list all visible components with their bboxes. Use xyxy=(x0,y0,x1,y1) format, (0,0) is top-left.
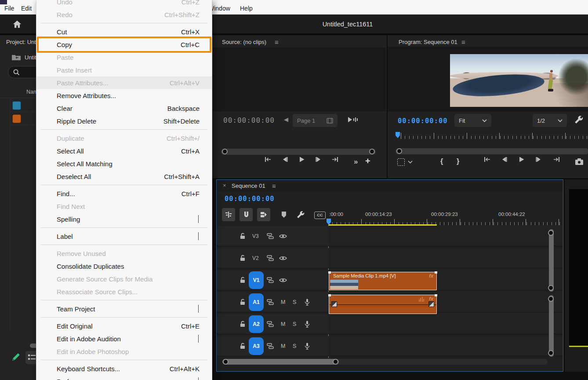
menu-item-select-all-matching[interactable]: Select All Matching xyxy=(36,157,212,170)
label-swatch-orange[interactable] xyxy=(12,114,21,123)
mute-button[interactable]: M xyxy=(281,343,285,349)
menu-item-label[interactable]: Label xyxy=(36,230,212,243)
sync-lock-icon[interactable] xyxy=(267,299,274,305)
track-lock-icon[interactable] xyxy=(240,255,246,262)
track-target-button-v1[interactable]: V1 xyxy=(249,271,264,289)
go-to-out-icon[interactable] xyxy=(553,156,560,163)
menu-item-duplicate[interactable]: DuplicateCtrl+Shift+/ xyxy=(36,132,212,145)
safe-margins-icon[interactable] xyxy=(397,158,405,166)
track-label-v2[interactable]: V2 xyxy=(252,255,259,261)
program-zoom-scrollbar[interactable] xyxy=(396,148,588,154)
menu-item-reassociate-source-clips[interactable]: Reassociate Source Clips... xyxy=(36,285,212,298)
play-icon[interactable] xyxy=(518,156,525,163)
voiceover-record-icon[interactable] xyxy=(305,320,310,328)
menu-item-select-all[interactable]: Select AllCtrl+A xyxy=(36,145,212,157)
edit-pencil-icon[interactable] xyxy=(11,352,21,362)
menu-item-redo[interactable]: RedoCtrl+Shift+Z xyxy=(36,8,212,21)
video-tracks-scrollbar[interactable] xyxy=(549,229,554,292)
audio-gain-line[interactable] xyxy=(329,304,436,305)
menu-item-preferences[interactable]: Preferences xyxy=(36,375,212,380)
add-marker-icon[interactable] xyxy=(281,211,287,218)
playback-resolution-dropdown[interactable]: 1/2 xyxy=(533,114,567,127)
scroll-handle-right[interactable] xyxy=(369,149,375,154)
menu-item-generate-source-clips-for-media[interactable]: Generate Source Clips for Media xyxy=(36,273,212,285)
menu-item-find[interactable]: Find...Ctrl+F xyxy=(36,187,212,200)
solo-button[interactable]: S xyxy=(293,321,296,327)
step-back-icon[interactable] xyxy=(501,156,508,163)
zoom-handle-right[interactable] xyxy=(333,359,338,365)
mark-out-icon[interactable]: } xyxy=(457,157,459,165)
scroll-handle-bottom[interactable] xyxy=(548,350,554,356)
menu-item-edit-in-adobe-photoshop[interactable]: Edit in Adobe Photoshop xyxy=(36,345,212,358)
go-to-in-icon[interactable] xyxy=(483,156,490,163)
settings-wrench-icon[interactable] xyxy=(574,115,583,124)
scroll-handle-top[interactable] xyxy=(548,296,554,302)
mute-button[interactable]: M xyxy=(281,321,285,327)
linked-selection-button[interactable] xyxy=(257,208,270,221)
scroll-handle-left[interactable] xyxy=(222,149,228,154)
track-output-eye-icon[interactable] xyxy=(279,278,287,283)
voiceover-record-icon[interactable] xyxy=(305,342,310,350)
sync-lock-icon[interactable] xyxy=(267,277,274,283)
voiceover-record-icon[interactable] xyxy=(305,298,310,306)
play-icon[interactable] xyxy=(298,156,305,163)
menu-item-team-project[interactable]: Team Project xyxy=(36,303,212,315)
menu-item-keyboard-shortcuts[interactable]: Keyboard Shortcuts...Ctrl+Alt+K xyxy=(36,362,212,375)
menu-item-paste-insert[interactable]: Paste Insert xyxy=(36,64,212,77)
bin-folder-icon[interactable] xyxy=(11,54,21,61)
track-target-button-a3[interactable]: A3 xyxy=(249,337,264,355)
track-output-eye-icon[interactable] xyxy=(279,256,287,261)
timeline-settings-wrench-icon[interactable] xyxy=(297,211,305,219)
source-zoom-scrollbar[interactable] xyxy=(221,149,376,155)
step-back-icon[interactable] xyxy=(282,156,288,163)
sync-lock-icon[interactable] xyxy=(267,321,274,327)
track-label-v3[interactable]: V3 xyxy=(252,233,259,239)
track-lane-v2[interactable] xyxy=(328,248,563,268)
go-to-out-icon[interactable] xyxy=(332,156,339,163)
menu-item-find-next[interactable]: Find Next xyxy=(36,200,212,213)
track-lock-icon[interactable] xyxy=(240,343,246,350)
panel-menu-icon[interactable]: ≡ xyxy=(272,182,276,190)
panel-menu-icon[interactable]: ≡ xyxy=(275,38,279,46)
menu-item-cut[interactable]: CutCtrl+X xyxy=(36,26,212,38)
track-target-button-a2[interactable]: A2 xyxy=(249,315,264,333)
track-lane-v3[interactable] xyxy=(328,226,563,246)
label-swatch-blue[interactable] xyxy=(12,101,21,110)
menu-item-edit-in-adobe-audition[interactable]: Edit in Adobe Audition xyxy=(36,332,212,345)
solo-button[interactable]: S xyxy=(293,299,296,305)
nest-sequences-button[interactable] xyxy=(222,208,235,221)
menu-edit[interactable]: Edit xyxy=(21,5,32,12)
program-playhead[interactable] xyxy=(396,132,400,138)
export-frame-icon[interactable] xyxy=(575,158,584,166)
menu-item-clear[interactable]: ClearBackspace xyxy=(36,102,212,115)
timeline-horizontal-scrollbar[interactable] xyxy=(222,359,548,365)
menu-item-remove-unused[interactable]: Remove Unused xyxy=(36,247,212,260)
chevron-down-icon[interactable] xyxy=(408,161,413,164)
menu-help[interactable]: Help xyxy=(240,5,253,12)
sync-lock-icon[interactable] xyxy=(267,233,274,239)
track-lane-a2[interactable] xyxy=(328,314,563,334)
panel-menu-icon[interactable]: ≡ xyxy=(461,38,465,46)
menu-item-consolidate-duplicates[interactable]: Consolidate Duplicates xyxy=(36,260,212,273)
zoom-handle-left[interactable] xyxy=(223,359,229,365)
page-prev-arrow-icon[interactable]: ◀ xyxy=(284,116,288,123)
timeline-video-clip[interactable]: Sample Media Clip 1.mp4 [V] fx xyxy=(329,272,437,290)
menu-file[interactable]: File xyxy=(4,5,15,12)
menu-item-edit-original[interactable]: Edit OriginalCtrl+E xyxy=(36,320,212,332)
fade-handle-left[interactable] xyxy=(331,301,337,307)
solo-button[interactable]: S xyxy=(293,343,296,349)
step-forward-icon[interactable] xyxy=(535,156,542,163)
captions-badge[interactable]: CC xyxy=(314,212,326,219)
track-lane-a3[interactable] xyxy=(328,336,563,356)
audio-tracks-scrollbar[interactable] xyxy=(549,295,554,357)
menu-item-undo[interactable]: UndoCtrl+Z xyxy=(36,0,212,8)
snap-button[interactable] xyxy=(240,208,253,221)
mark-in-icon[interactable]: { xyxy=(440,157,443,165)
scroll-handle-left[interactable] xyxy=(396,148,402,154)
menu-item-paste[interactable]: Paste xyxy=(36,51,212,64)
mute-button[interactable]: M xyxy=(281,299,285,305)
step-forward-icon[interactable] xyxy=(315,156,322,163)
menu-item-ripple-delete[interactable]: Ripple DeleteShift+Delete xyxy=(36,115,212,128)
track-lock-icon[interactable] xyxy=(240,299,246,306)
track-target-button-a1[interactable]: A1 xyxy=(249,293,264,311)
